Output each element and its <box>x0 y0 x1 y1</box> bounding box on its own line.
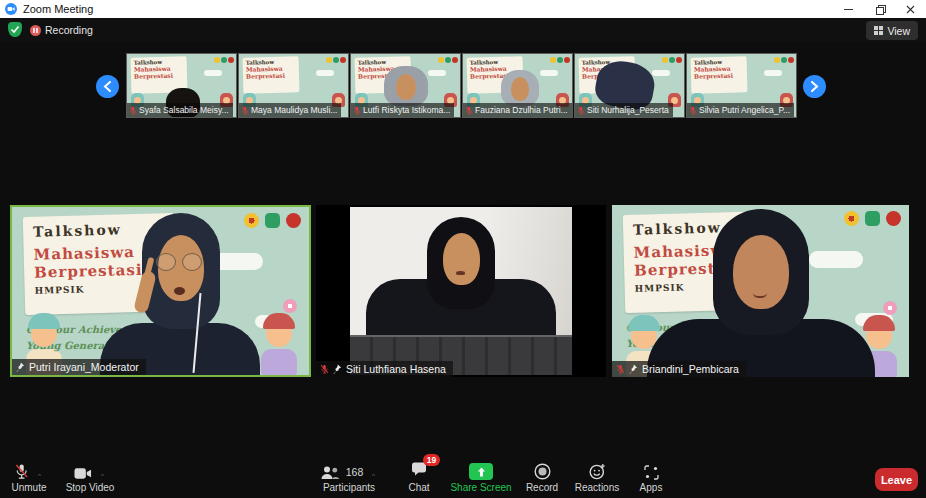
muted-mic-icon <box>241 106 249 115</box>
window-controls <box>833 0 926 18</box>
minimize-button[interactable] <box>833 0 864 18</box>
meeting-status-bar: Recording View <box>0 18 926 42</box>
mic-options-chevron-icon[interactable] <box>35 474 44 480</box>
participant-name-tag: Siti Luthfiana Hasena <box>316 361 453 377</box>
close-icon <box>906 5 915 14</box>
participant-name-tag: Siti Nurhalija_Peserta <box>575 103 673 117</box>
thumbnail-tile[interactable]: TalkshowMahasiswaBerprestasi Siti Nurhal… <box>574 53 685 118</box>
video-tile-speaker[interactable]: Talkshow Mahasiswa Berprestasi HMPSIK Ge… <box>612 205 909 377</box>
participant-filmstrip: TalkshowMahasiswaBerprestasi Syafa Salsa… <box>126 53 797 118</box>
filmstrip-next-button[interactable] <box>803 75 826 98</box>
minimize-icon <box>844 9 853 10</box>
chevron-right-icon <box>810 81 819 92</box>
participant-name-tag: Putri Irayani_Moderator <box>12 359 146 375</box>
cartoon-girl <box>253 313 305 375</box>
encryption-shield-icon <box>8 22 22 37</box>
thumbnail-tile[interactable]: TalkshowMahasiswaBerprestasi Fauziana Dz… <box>462 53 573 118</box>
thumbnail-tile[interactable]: TalkshowMahasiswaBerprestasi Syafa Salsa… <box>126 53 237 118</box>
thumbnail-tile[interactable]: TalkshowMahasiswaBerprestasi Maya Maulid… <box>238 53 349 118</box>
flower-graphic <box>883 301 897 315</box>
zoom-meeting-window: Zoom Meeting Recording View TalkshowMaha… <box>0 0 926 498</box>
reactions-button[interactable]: Reactions <box>568 461 626 493</box>
muted-mic-icon <box>14 463 29 480</box>
view-label: View <box>887 25 910 37</box>
reactions-icon <box>589 463 606 480</box>
chat-button[interactable]: 19 Chat <box>398 461 440 493</box>
restore-button[interactable] <box>864 0 895 18</box>
participant-video-person <box>100 213 260 377</box>
record-icon <box>534 463 551 480</box>
muted-mic-icon <box>616 364 625 374</box>
participants-button[interactable]: 168 Participants <box>318 461 380 493</box>
thumbnail-tile[interactable]: TalkshowMahasiswaBerprestasi Silvia Putr… <box>686 53 797 118</box>
chevron-left-icon <box>103 81 112 92</box>
participants-count: 168 <box>346 465 364 480</box>
participant-name-tag: Maya Maulidya Musli... <box>239 103 341 117</box>
stop-video-button[interactable]: Stop Video <box>60 461 120 493</box>
chat-unread-badge: 19 <box>423 454 440 466</box>
muted-mic-icon <box>465 106 473 115</box>
participant-name-tag: Briandini_Pembicara <box>612 361 746 377</box>
apps-icon <box>644 465 659 480</box>
muted-mic-icon <box>320 364 329 374</box>
pin-icon <box>16 362 25 373</box>
participant-video-person <box>641 205 881 377</box>
participant-name-tag: Syafa Salsabila Meisy... <box>127 103 233 117</box>
participant-name-tag: Fauziana Dzulhia Putri... <box>463 103 572 117</box>
participants-icon <box>320 466 340 480</box>
recording-indicator-icon[interactable] <box>30 25 41 36</box>
meeting-toolbar: Unmute Stop Video 168 Participants 19 <box>0 455 926 498</box>
zoom-logo-icon <box>5 3 17 15</box>
view-grid-icon <box>874 26 883 35</box>
restore-icon <box>876 5 884 13</box>
title-bar: Zoom Meeting <box>0 0 926 18</box>
participant-video-person <box>383 66 429 108</box>
participant-name-tag: Silvia Putri Angelica_P... <box>687 103 794 117</box>
close-button[interactable] <box>895 0 926 18</box>
share-screen-button[interactable]: Share Screen <box>446 461 516 493</box>
view-button[interactable]: View <box>866 21 918 40</box>
apps-button[interactable]: Apps <box>628 461 674 493</box>
window-title: Zoom Meeting <box>23 3 93 15</box>
record-button[interactable]: Record <box>518 461 566 493</box>
share-screen-icon <box>469 463 493 480</box>
muted-mic-icon <box>353 106 361 115</box>
unmute-button[interactable]: Unmute <box>2 461 56 493</box>
pin-icon <box>629 364 638 375</box>
video-tile-moderator[interactable]: Talkshow Mahasiswa Berprestasi HMPSIK Ge… <box>10 205 311 377</box>
camera-video <box>350 207 572 375</box>
filmstrip-prev-button[interactable] <box>96 75 119 98</box>
pin-icon <box>333 364 342 375</box>
participants-chevron-icon[interactable] <box>369 474 378 480</box>
recording-label: Recording <box>45 24 93 36</box>
muted-mic-icon <box>689 106 697 115</box>
video-options-chevron-icon[interactable] <box>98 474 107 480</box>
muted-mic-icon <box>129 106 137 115</box>
muted-mic-icon <box>577 106 585 115</box>
leave-button[interactable]: Leave <box>875 468 918 491</box>
camera-icon <box>74 467 92 480</box>
thumbnail-tile[interactable]: TalkshowMahasiswaBerprestasi Lutfi Risky… <box>350 53 461 118</box>
flower-graphic <box>283 299 297 313</box>
video-tile-participant[interactable]: Siti Luthfiana Hasena <box>316 205 606 377</box>
participant-name-tag: Lutfi Riskyta Istikoma... <box>351 103 454 117</box>
